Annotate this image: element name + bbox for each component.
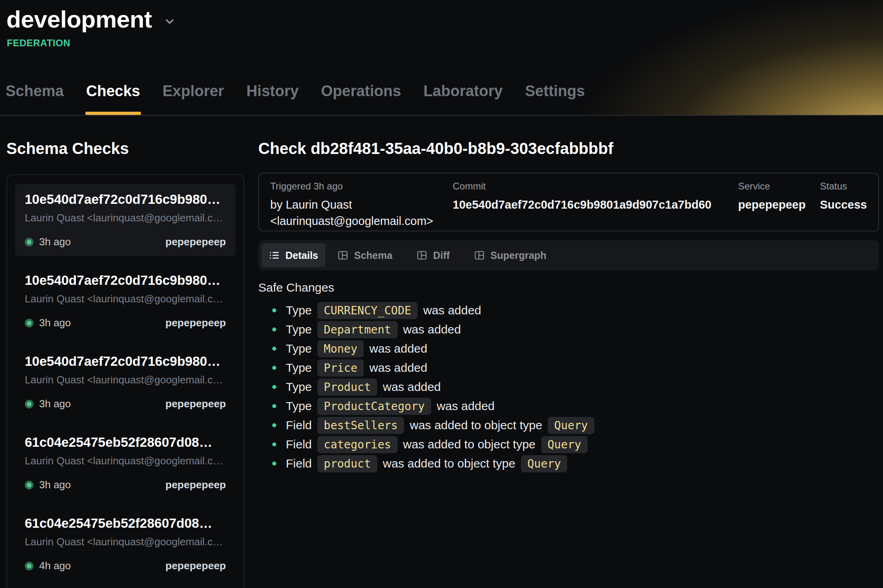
change-code: Price <box>317 359 364 377</box>
view-tab-label: Diff <box>433 250 450 261</box>
check-item-footer: 3h agopepepepeep <box>25 236 226 248</box>
change-code: ProductCategory <box>317 398 431 415</box>
check-item-footer: 3h agopepepepeep <box>25 317 226 329</box>
change-suffix: was added <box>369 361 427 375</box>
check-item-hash: 61c04e25475eb52f28607d08… <box>25 516 226 531</box>
check-item-service: pepepepeep <box>165 479 226 491</box>
change-suffix: was added <box>437 399 495 413</box>
view-tab-label: Supergraph <box>491 250 546 261</box>
change-prefix: Type <box>286 304 312 317</box>
change-code-type: Query <box>541 436 588 453</box>
tab-history[interactable]: History <box>246 82 299 115</box>
check-item-author: Laurin Quast <laurinquast@googlemail.co… <box>25 212 226 224</box>
check-list-item[interactable]: 10e540d7aef72c0d716c9b980…Laurin Quast <… <box>15 265 236 337</box>
view-tab-label: Schema <box>354 250 392 261</box>
meta-col-commit: Commit 10e540d7aef72c0d716c9b9801a9d907c… <box>453 181 738 231</box>
project-selector[interactable]: development <box>6 6 176 33</box>
check-item-service: pepepepeep <box>165 317 226 329</box>
change-row: TypeCURRENCY_CODEwas added <box>272 301 879 320</box>
change-prefix: Type <box>286 342 312 355</box>
columns-icon <box>474 250 485 261</box>
check-item-footer: 4h agopepepepeep <box>25 560 226 572</box>
change-suffix: was added <box>369 342 427 355</box>
change-row: TypeMoneywas added <box>272 339 879 358</box>
columns-icon <box>416 250 428 261</box>
check-item-footer: 3h agopepepepeep <box>25 398 226 410</box>
change-code: bestSellers <box>317 417 404 434</box>
bullet-icon <box>272 347 276 351</box>
check-list: 10e540d7aef72c0d716c9b980…Laurin Quast <… <box>6 174 244 588</box>
change-row: FieldbestSellerswas added to object type… <box>272 416 879 435</box>
tab-checks[interactable]: Checks <box>86 82 140 115</box>
check-list-item[interactable]: 10e540d7aef72c0d716c9b980…Laurin Quast <… <box>15 346 236 418</box>
change-suffix: was added <box>423 304 481 317</box>
check-item-service: pepepepeep <box>165 398 226 410</box>
status-dot-icon <box>25 562 34 570</box>
change-row: TypeDepartmentwas added <box>272 320 879 339</box>
check-view-tabs: DetailsSchemaDiffSupergraph <box>258 240 879 270</box>
bullet-icon <box>272 366 276 370</box>
tab-schema[interactable]: Schema <box>6 82 64 115</box>
check-title: Check db28f481-35aa-40b0-b8b9-303ecfabbb… <box>258 140 879 158</box>
view-tab-label: Details <box>285 250 318 261</box>
changes-list: TypeCURRENCY_CODEwas addedTypeDepartment… <box>272 301 879 473</box>
commit-value: 10e540d7aef72c0d716c9b9801a9d907c1a7bd60 <box>453 197 738 213</box>
meta-col-service: Service pepepepeep <box>738 181 820 231</box>
check-item-footer: 3h agopepepepeep <box>25 479 226 491</box>
tab-laboratory[interactable]: Laboratory <box>424 82 503 115</box>
change-row: TypeProductCategorywas added <box>272 397 879 416</box>
bullet-icon <box>272 328 276 331</box>
bullet-icon <box>272 404 276 408</box>
sidebar-title: Schema Checks <box>6 140 244 158</box>
change-row: Fieldproductwas added to object typeQuer… <box>272 454 879 473</box>
status-value: Success <box>820 197 867 213</box>
view-tab-schema[interactable]: Schema <box>325 243 404 267</box>
tab-settings[interactable]: Settings <box>525 82 585 115</box>
check-list-item[interactable]: 61c04e25475eb52f28607d08…Laurin Quast <l… <box>15 508 236 580</box>
check-detail-panel: Check db28f481-35aa-40b0-b8b9-303ecfabbb… <box>258 116 879 473</box>
change-prefix: Field <box>286 457 312 470</box>
change-code: Department <box>317 321 398 338</box>
page-content: Schema Checks 10e540d7aef72c0d716c9b980…… <box>0 116 883 588</box>
check-item-hash: 10e540d7aef72c0d716c9b980… <box>25 273 226 288</box>
checks-sidebar: Schema Checks 10e540d7aef72c0d716c9b980…… <box>6 116 244 588</box>
columns-icon <box>337 250 348 261</box>
changes-section-title: Safe Changes <box>258 281 879 294</box>
change-suffix: was added <box>403 323 461 336</box>
change-code: Product <box>317 379 377 396</box>
check-item-hash: 61c04e25475eb52f28607d08… <box>25 435 226 450</box>
check-list-item[interactable]: 61c04e25475eb52f28607d08…Laurin Quast <l… <box>15 427 236 499</box>
check-meta-box: Triggered 3h ago by Laurin Quast <laurin… <box>258 173 879 231</box>
change-code: categories <box>317 436 398 453</box>
check-item-time: 3h ago <box>39 236 71 248</box>
service-value: pepepepeep <box>738 197 820 213</box>
project-title: development <box>6 6 152 33</box>
tab-explorer[interactable]: Explorer <box>162 82 224 115</box>
change-prefix: Type <box>286 323 312 336</box>
change-suffix: was added to object type <box>410 418 542 432</box>
change-prefix: Type <box>286 380 312 394</box>
check-item-time: 3h ago <box>39 479 71 491</box>
triggered-label: Triggered 3h ago <box>270 181 453 192</box>
view-tab-supergraph[interactable]: Supergraph <box>462 243 558 267</box>
change-code: CURRENCY_CODE <box>317 302 418 319</box>
bullet-icon <box>272 385 276 389</box>
view-tab-details[interactable]: Details <box>261 243 325 267</box>
meta-col-status: Status Success <box>820 181 867 231</box>
change-code-type: Query <box>521 455 567 472</box>
change-code-type: Query <box>548 417 594 434</box>
chevron-down-icon[interactable] <box>163 15 176 28</box>
change-row: TypeProductwas added <box>272 377 879 397</box>
check-item-author: Laurin Quast <laurinquast@googlemail.co… <box>25 374 226 386</box>
status-dot-icon <box>25 481 34 489</box>
change-suffix: was added to object type <box>383 457 515 470</box>
view-tab-diff[interactable]: Diff <box>404 243 462 267</box>
check-list-item[interactable]: 10e540d7aef72c0d716c9b980…Laurin Quast <… <box>15 184 236 256</box>
check-item-author: Laurin Quast <laurinquast@googlemail.co… <box>25 536 226 548</box>
triggered-by-value: by Laurin Quast <laurinquast@googlemail.… <box>270 197 453 229</box>
change-row: TypePricewas added <box>272 358 879 377</box>
tab-operations[interactable]: Operations <box>321 82 401 115</box>
change-prefix: Field <box>286 438 312 451</box>
change-prefix: Type <box>286 361 312 375</box>
check-item-time: 3h ago <box>39 317 71 329</box>
